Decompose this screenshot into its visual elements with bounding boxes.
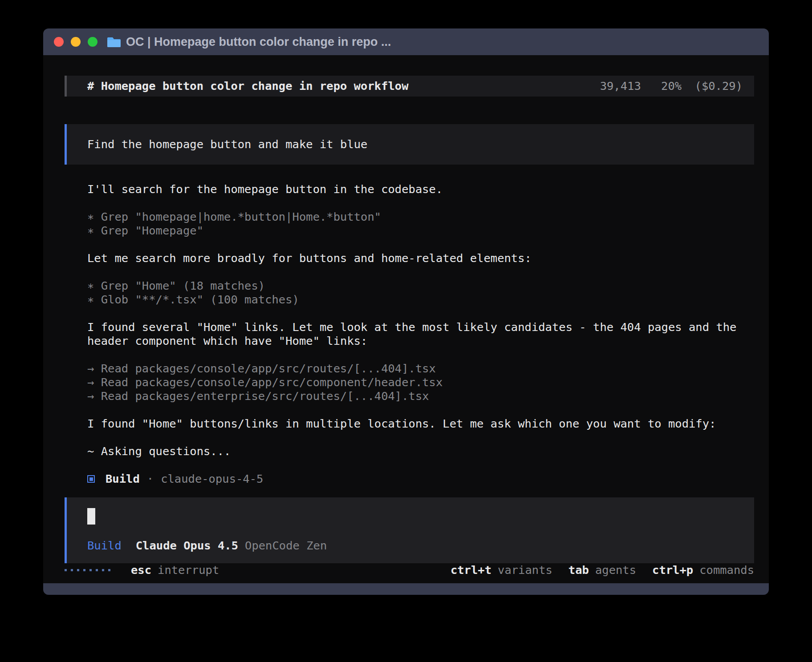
assistant-transcript: I'll search for the homepage button in t… <box>65 182 754 486</box>
spinner-dot <box>89 569 92 571</box>
input-mode-label: Build <box>87 539 122 553</box>
assistant-text: I found "Home" buttons/links in multiple… <box>87 417 754 431</box>
agent-model: claude-opus-4-5 <box>161 472 263 486</box>
session-cost: ($0.29) <box>695 79 743 93</box>
tool-call-glob: ∗ Glob "**/*.tsx" (100 matches) <box>87 293 754 307</box>
folder-icon <box>107 36 122 48</box>
terminal-window: OC | Homepage button color change in rep… <box>43 28 769 595</box>
status-bar: esc interrupt ctrl+t variants tab agents… <box>65 563 754 577</box>
spinner-dot <box>83 569 85 571</box>
context-percent: 20% <box>661 79 682 93</box>
spinner-dot <box>77 569 79 571</box>
input-model-label: Claude Opus 4.5 <box>136 539 238 553</box>
tool-call-read: → Read packages/console/app/src/componen… <box>87 375 754 389</box>
esc-key-hint: esc <box>131 563 151 577</box>
session-header: # Homepage button color change in repo w… <box>65 76 754 97</box>
spinner-dot <box>108 569 110 571</box>
spinner-dot <box>96 569 98 571</box>
tool-call-read: → Read packages/console/app/src/routes/[… <box>87 362 754 375</box>
agent-separator: · <box>147 472 154 486</box>
shortcut-commands: ctrl+p commands <box>652 563 754 577</box>
tool-call-grep: ∗ Grep "Homepage" <box>87 224 754 238</box>
tool-call-group: → Read packages/console/app/src/routes/[… <box>87 362 754 403</box>
spinner-dot <box>65 569 67 571</box>
status-left: esc interrupt <box>65 563 219 577</box>
minimize-button[interactable] <box>71 37 81 47</box>
prompt-input[interactable]: Build Claude Opus 4.5 OpenCode Zen <box>65 497 754 563</box>
shortcut-agents: tab agents <box>568 563 636 577</box>
user-message: Find the homepage button and make it blu… <box>65 124 754 165</box>
traffic-lights <box>54 37 97 47</box>
zoom-button[interactable] <box>88 37 97 47</box>
agent-attribution: Build · claude-opus-4-5 <box>87 472 754 486</box>
session-stats: 39,413 20% ($0.29) <box>600 79 743 93</box>
window-bottom-edge <box>43 583 769 595</box>
working-spinner-dots <box>65 569 110 571</box>
agent-build-icon <box>87 475 95 483</box>
assistant-text: I'll search for the homepage button in t… <box>87 182 754 196</box>
window-titlebar: OC | Homepage button color change in rep… <box>43 28 769 55</box>
window-title: OC | Homepage button color change in rep… <box>126 35 391 49</box>
spinner-dot <box>102 569 104 571</box>
input-footer: Build Claude Opus 4.5 OpenCode Zen <box>87 539 743 553</box>
user-message-text: Find the homepage button and make it blu… <box>87 137 367 151</box>
assistant-text: I found several "Home" links. Let me loo… <box>87 320 754 348</box>
tool-call-read: → Read packages/enterprise/src/routes/[.… <box>87 389 754 403</box>
working-status: ~ Asking questions... <box>87 444 754 458</box>
agent-name: Build <box>106 472 140 486</box>
input-provider-label: OpenCode Zen <box>245 539 327 553</box>
tool-call-group: ∗ Grep "Home" (18 matches) ∗ Glob "**/*.… <box>87 279 754 307</box>
close-button[interactable] <box>54 37 64 47</box>
text-cursor <box>87 508 95 525</box>
terminal-content: # Homepage button color change in repo w… <box>43 55 769 583</box>
assistant-text: Let me search more broadly for buttons a… <box>87 251 754 265</box>
tool-call-group: ∗ Grep "homepage|home.*button|Home.*butt… <box>87 210 754 238</box>
session-title: # Homepage button color change in repo w… <box>87 79 409 93</box>
status-right: ctrl+t variants tab agents ctrl+p comman… <box>441 563 754 577</box>
token-count: 39,413 <box>600 79 641 93</box>
spinner-dot <box>71 569 73 571</box>
tool-call-grep: ∗ Grep "homepage|home.*button|Home.*butt… <box>87 210 754 224</box>
tool-call-grep: ∗ Grep "Home" (18 matches) <box>87 279 754 293</box>
shortcut-variants: ctrl+t variants <box>451 563 552 577</box>
esc-action-label: interrupt <box>158 563 219 577</box>
